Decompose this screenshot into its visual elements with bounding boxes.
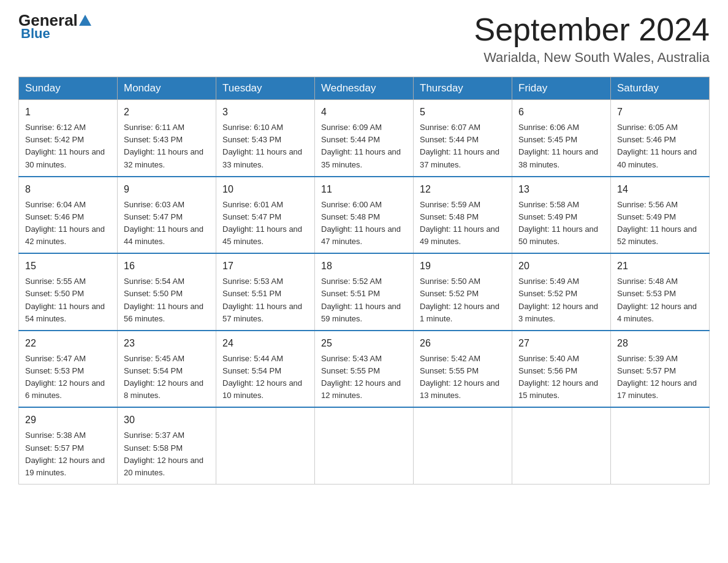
calendar-cell: 12 Sunrise: 5:59 AM Sunset: 5:48 PM Dayl…	[414, 177, 512, 254]
calendar-cell: 16 Sunrise: 5:54 AM Sunset: 5:50 PM Dayl…	[118, 253, 216, 331]
day-info: Sunrise: 5:48 AM Sunset: 5:53 PM Dayligh…	[617, 275, 703, 325]
day-info: Sunrise: 5:58 AM Sunset: 5:49 PM Dayligh…	[518, 199, 604, 248]
day-number: 5	[420, 105, 506, 120]
calendar-cell: 6 Sunrise: 6:06 AM Sunset: 5:45 PM Dayli…	[512, 100, 611, 177]
day-info: Sunrise: 5:59 AM Sunset: 5:48 PM Dayligh…	[420, 199, 506, 248]
day-info: Sunrise: 6:10 AM Sunset: 5:43 PM Dayligh…	[222, 121, 308, 171]
day-info: Sunrise: 5:40 AM Sunset: 5:56 PM Dayligh…	[518, 353, 604, 402]
day-info: Sunrise: 6:03 AM Sunset: 5:47 PM Dayligh…	[124, 199, 210, 248]
calendar-week-row: 15 Sunrise: 5:55 AM Sunset: 5:50 PM Dayl…	[19, 253, 710, 331]
day-number: 27	[518, 336, 604, 351]
calendar-cell	[611, 407, 710, 484]
calendar-cell	[216, 407, 315, 484]
logo: General Blue	[18, 12, 93, 42]
day-info: Sunrise: 5:54 AM Sunset: 5:50 PM Dayligh…	[124, 275, 210, 325]
calendar-cell: 21 Sunrise: 5:48 AM Sunset: 5:53 PM Dayl…	[611, 253, 710, 331]
calendar-cell: 19 Sunrise: 5:50 AM Sunset: 5:52 PM Dayl…	[414, 253, 512, 331]
day-number: 18	[321, 259, 407, 274]
calendar-table: SundayMondayTuesdayWednesdayThursdayFrid…	[18, 77, 710, 484]
calendar-cell	[414, 407, 512, 484]
day-number: 19	[420, 259, 506, 274]
calendar-cell: 29 Sunrise: 5:38 AM Sunset: 5:57 PM Dayl…	[19, 407, 118, 484]
calendar-week-row: 1 Sunrise: 6:12 AM Sunset: 5:42 PM Dayli…	[19, 100, 710, 177]
day-number: 23	[124, 336, 210, 351]
svg-marker-0	[79, 15, 91, 26]
day-number: 10	[222, 182, 308, 197]
calendar-cell: 17 Sunrise: 5:53 AM Sunset: 5:51 PM Dayl…	[216, 253, 315, 331]
calendar-cell: 5 Sunrise: 6:07 AM Sunset: 5:44 PM Dayli…	[414, 100, 512, 177]
calendar-cell: 1 Sunrise: 6:12 AM Sunset: 5:42 PM Dayli…	[19, 100, 118, 177]
calendar-cell: 28 Sunrise: 5:39 AM Sunset: 5:57 PM Dayl…	[611, 331, 710, 408]
calendar-cell: 4 Sunrise: 6:09 AM Sunset: 5:44 PM Dayli…	[315, 100, 414, 177]
day-number: 15	[25, 259, 111, 274]
day-info: Sunrise: 6:05 AM Sunset: 5:46 PM Dayligh…	[617, 121, 703, 171]
day-info: Sunrise: 6:04 AM Sunset: 5:46 PM Dayligh…	[25, 199, 111, 248]
day-info: Sunrise: 6:06 AM Sunset: 5:45 PM Dayligh…	[518, 121, 604, 171]
calendar-cell: 25 Sunrise: 5:43 AM Sunset: 5:55 PM Dayl…	[315, 331, 414, 408]
day-info: Sunrise: 5:37 AM Sunset: 5:58 PM Dayligh…	[124, 429, 210, 479]
day-number: 6	[518, 105, 604, 120]
calendar-cell: 18 Sunrise: 5:52 AM Sunset: 5:51 PM Dayl…	[315, 253, 414, 331]
calendar-cell: 7 Sunrise: 6:05 AM Sunset: 5:46 PM Dayli…	[611, 100, 710, 177]
day-info: Sunrise: 6:09 AM Sunset: 5:44 PM Dayligh…	[321, 121, 407, 171]
calendar-cell: 30 Sunrise: 5:37 AM Sunset: 5:58 PM Dayl…	[118, 407, 216, 484]
weekday-header-tuesday: Tuesday	[216, 77, 315, 100]
calendar-cell: 23 Sunrise: 5:45 AM Sunset: 5:54 PM Dayl…	[118, 331, 216, 408]
day-number: 4	[321, 105, 407, 120]
day-number: 13	[518, 182, 604, 197]
day-number: 11	[321, 182, 407, 197]
calendar-cell	[315, 407, 414, 484]
calendar-cell: 3 Sunrise: 6:10 AM Sunset: 5:43 PM Dayli…	[216, 100, 315, 177]
calendar-cell: 13 Sunrise: 5:58 AM Sunset: 5:49 PM Dayl…	[512, 177, 611, 254]
calendar-cell: 22 Sunrise: 5:47 AM Sunset: 5:53 PM Dayl…	[19, 331, 118, 408]
day-number: 1	[25, 105, 111, 120]
day-number: 9	[124, 182, 210, 197]
title-section: September 2024 Warialda, New South Wales…	[474, 12, 710, 66]
weekday-header-wednesday: Wednesday	[315, 77, 414, 100]
weekday-header-row: SundayMondayTuesdayWednesdayThursdayFrid…	[19, 77, 710, 100]
day-info: Sunrise: 5:49 AM Sunset: 5:52 PM Dayligh…	[518, 275, 604, 325]
month-title: September 2024	[474, 12, 710, 47]
day-info: Sunrise: 5:53 AM Sunset: 5:51 PM Dayligh…	[222, 275, 308, 325]
day-info: Sunrise: 6:11 AM Sunset: 5:43 PM Dayligh…	[124, 121, 210, 171]
calendar-cell: 26 Sunrise: 5:42 AM Sunset: 5:55 PM Dayl…	[414, 331, 512, 408]
day-number: 22	[25, 336, 111, 351]
day-info: Sunrise: 6:00 AM Sunset: 5:48 PM Dayligh…	[321, 199, 407, 248]
day-number: 17	[222, 259, 308, 274]
weekday-header-thursday: Thursday	[414, 77, 512, 100]
day-number: 7	[617, 105, 703, 120]
day-number: 16	[124, 259, 210, 274]
day-number: 8	[25, 182, 111, 197]
logo-triangle-icon	[78, 14, 92, 26]
day-number: 25	[321, 336, 407, 351]
logo-blue-text: Blue	[21, 26, 50, 42]
day-info: Sunrise: 5:42 AM Sunset: 5:55 PM Dayligh…	[420, 353, 506, 402]
calendar-cell: 8 Sunrise: 6:04 AM Sunset: 5:46 PM Dayli…	[19, 177, 118, 254]
calendar-cell: 2 Sunrise: 6:11 AM Sunset: 5:43 PM Dayli…	[118, 100, 216, 177]
location-title: Warialda, New South Wales, Australia	[474, 50, 710, 66]
day-number: 26	[420, 336, 506, 351]
day-info: Sunrise: 5:52 AM Sunset: 5:51 PM Dayligh…	[321, 275, 407, 325]
calendar-cell: 14 Sunrise: 5:56 AM Sunset: 5:49 PM Dayl…	[611, 177, 710, 254]
day-number: 14	[617, 182, 703, 197]
day-info: Sunrise: 5:50 AM Sunset: 5:52 PM Dayligh…	[420, 275, 506, 325]
day-info: Sunrise: 5:45 AM Sunset: 5:54 PM Dayligh…	[124, 353, 210, 402]
calendar-cell: 24 Sunrise: 5:44 AM Sunset: 5:54 PM Dayl…	[216, 331, 315, 408]
calendar-cell: 20 Sunrise: 5:49 AM Sunset: 5:52 PM Dayl…	[512, 253, 611, 331]
calendar-cell: 9 Sunrise: 6:03 AM Sunset: 5:47 PM Dayli…	[118, 177, 216, 254]
day-info: Sunrise: 6:01 AM Sunset: 5:47 PM Dayligh…	[222, 199, 308, 248]
day-number: 29	[25, 413, 111, 427]
calendar-week-row: 22 Sunrise: 5:47 AM Sunset: 5:53 PM Dayl…	[19, 331, 710, 408]
day-number: 2	[124, 105, 210, 120]
day-number: 24	[222, 336, 308, 351]
day-number: 20	[518, 259, 604, 274]
calendar-cell: 27 Sunrise: 5:40 AM Sunset: 5:56 PM Dayl…	[512, 331, 611, 408]
day-info: Sunrise: 5:43 AM Sunset: 5:55 PM Dayligh…	[321, 353, 407, 402]
calendar-week-row: 29 Sunrise: 5:38 AM Sunset: 5:57 PM Dayl…	[19, 407, 710, 484]
weekday-header-friday: Friday	[512, 77, 611, 100]
day-number: 21	[617, 259, 703, 274]
calendar-cell	[512, 407, 611, 484]
weekday-header-saturday: Saturday	[611, 77, 710, 100]
day-info: Sunrise: 6:07 AM Sunset: 5:44 PM Dayligh…	[420, 121, 506, 171]
calendar-cell: 10 Sunrise: 6:01 AM Sunset: 5:47 PM Dayl…	[216, 177, 315, 254]
